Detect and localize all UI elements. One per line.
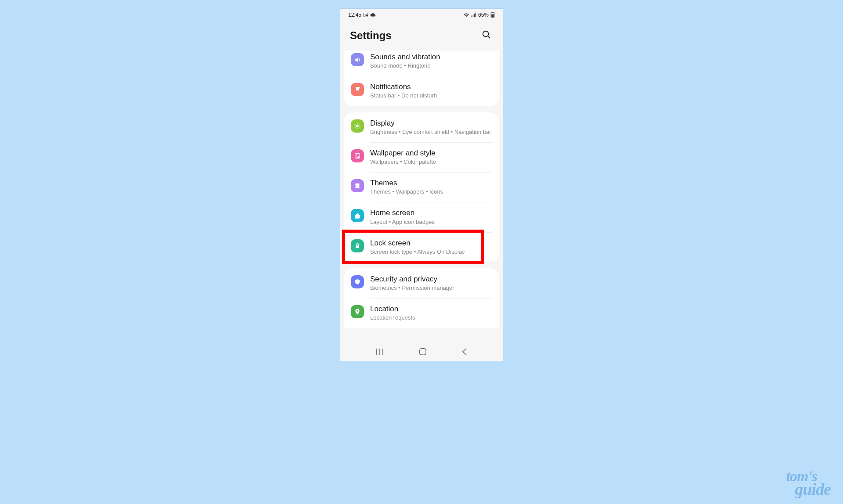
settings-group: Security and privacy Biometrics • Permis… [344, 268, 499, 328]
nav-bar [340, 343, 503, 361]
phone-frame: 12:45 65% Settings Sounds and vibration … [340, 9, 503, 361]
settings-item-subtitle: Location requests [370, 314, 492, 322]
settings-item-subtitle: Status bar • Do not disturb [370, 92, 492, 100]
settings-item-text: Sounds and vibration Sound mode • Ringto… [370, 52, 492, 70]
picture-icon [363, 12, 368, 18]
battery-icon [490, 12, 495, 18]
settings-item-subtitle: Biometrics • Permission manager [370, 284, 492, 292]
watermark: tom's guide [786, 470, 831, 496]
settings-item-text: Themes Themes • Wallpapers • Icons [370, 178, 492, 196]
settings-item-text: Notifications Status bar • Do not distur… [370, 82, 492, 100]
image-icon [351, 149, 364, 162]
page-title: Settings [350, 29, 392, 42]
svg-rect-24 [355, 186, 359, 188]
search-icon [482, 30, 491, 40]
settings-item-title: Home screen [370, 208, 492, 218]
settings-group: Sounds and vibration Sound mode • Ringto… [344, 50, 499, 106]
settings-item-subtitle: Sound mode • Ringtone [370, 62, 492, 70]
back-icon [461, 348, 468, 356]
settings-item-subtitle: Brightness • Eye comfort shield • Naviga… [370, 128, 492, 136]
svg-rect-5 [476, 13, 476, 18]
svg-rect-23 [355, 184, 359, 186]
settings-item-security[interactable]: Security and privacy Biometrics • Permis… [344, 268, 499, 298]
palette-icon [351, 179, 364, 192]
svg-rect-2 [472, 16, 472, 18]
signal-icon [471, 12, 476, 18]
svg-rect-8 [491, 14, 494, 17]
settings-item-text: Display Brightness • Eye comfort shield … [370, 119, 492, 136]
cloud-icon [370, 13, 376, 17]
back-button[interactable] [453, 345, 476, 360]
settings-item-lock[interactable]: Lock screen Screen lock type • Always On… [344, 232, 499, 262]
sun-icon [351, 119, 364, 133]
settings-item-text: Location Location requests [370, 304, 492, 322]
settings-item-subtitle: Layout • App icon badges [370, 218, 492, 226]
settings-item-text: Home screen Layout • App icon badges [370, 208, 492, 226]
svg-rect-4 [474, 14, 475, 17]
settings-item-notifications[interactable]: Notifications Status bar • Do not distur… [344, 76, 499, 106]
svg-line-19 [355, 127, 356, 128]
status-right: 65% [463, 12, 495, 18]
settings-item-title: Security and privacy [370, 274, 492, 284]
settings-group: Display Brightness • Eye comfort shield … [344, 112, 499, 262]
settings-item-subtitle: Screen lock type • Always On Display [370, 248, 492, 256]
settings-item-title: Wallpaper and style [370, 148, 492, 158]
watermark-line1: tom's [786, 470, 831, 482]
status-time: 12:45 [348, 12, 361, 18]
bell-icon [351, 83, 364, 96]
svg-rect-25 [356, 245, 359, 248]
settings-list[interactable]: Sounds and vibration Sound mode • Ringto… [340, 50, 503, 345]
status-left: 12:45 [348, 12, 376, 18]
settings-item-home[interactable]: Home screen Layout • App icon badges [344, 202, 499, 232]
shield-icon [351, 275, 364, 288]
app-header: Settings [340, 21, 503, 50]
settings-item-wallpaper[interactable]: Wallpaper and style Wallpapers • Color p… [344, 142, 499, 172]
watermark-line2: guide [786, 482, 831, 496]
volume-icon [351, 53, 364, 66]
settings-item-title: Notifications [370, 82, 492, 92]
recents-button[interactable] [367, 345, 393, 360]
battery-percent: 65% [478, 12, 489, 18]
svg-point-11 [358, 87, 360, 89]
settings-item-title: Location [370, 304, 492, 314]
settings-item-title: Sounds and vibration [370, 52, 492, 62]
svg-line-10 [488, 36, 490, 39]
svg-point-12 [356, 125, 358, 127]
settings-item-title: Themes [370, 178, 492, 188]
svg-line-18 [359, 127, 359, 128]
svg-point-1 [365, 14, 366, 15]
settings-item-subtitle: Wallpapers • Color palette [370, 158, 492, 166]
search-button[interactable] [480, 28, 493, 43]
svg-point-9 [483, 31, 489, 37]
svg-line-17 [355, 124, 356, 124]
settings-item-subtitle: Themes • Wallpapers • Icons [370, 188, 492, 196]
settings-item-text: Security and privacy Biometrics • Permis… [370, 274, 492, 292]
settings-item-text: Lock screen Screen lock type • Always On… [370, 238, 492, 256]
svg-point-26 [357, 310, 358, 312]
home-icon [351, 209, 364, 222]
home-nav-icon [419, 348, 427, 356]
settings-item-sounds[interactable]: Sounds and vibration Sound mode • Ringto… [344, 50, 499, 76]
svg-line-20 [359, 124, 359, 124]
settings-item-themes[interactable]: Themes Themes • Wallpapers • Icons [344, 172, 499, 202]
settings-item-location[interactable]: Location Location requests [344, 298, 499, 328]
lock-icon [351, 239, 364, 252]
settings-item-title: Lock screen [370, 238, 492, 248]
wifi-icon [463, 12, 469, 18]
home-button[interactable] [410, 345, 436, 360]
status-bar: 12:45 65% [340, 9, 503, 21]
svg-rect-30 [420, 348, 426, 354]
settings-item-display[interactable]: Display Brightness • Eye comfort shield … [344, 112, 499, 142]
settings-item-title: Display [370, 119, 492, 128]
pin-icon [351, 305, 364, 318]
recents-icon [375, 348, 384, 356]
svg-rect-3 [473, 14, 474, 17]
settings-item-text: Wallpaper and style Wallpapers • Color p… [370, 148, 492, 166]
svg-point-22 [356, 155, 357, 156]
